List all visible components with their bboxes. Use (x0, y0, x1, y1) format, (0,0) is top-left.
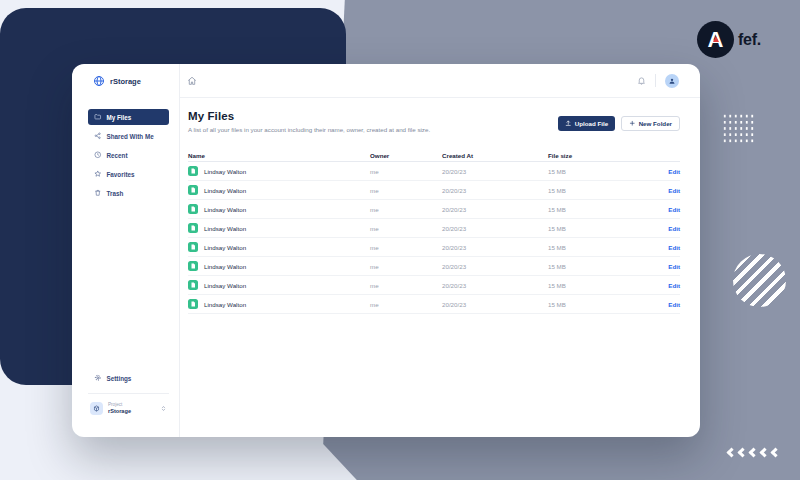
folder-icon (94, 113, 102, 121)
new-folder-label: New Folder (639, 120, 672, 127)
share-icon (94, 132, 102, 140)
app-logo[interactable]: rStorage (72, 64, 179, 98)
file-table-header: Name Owner Created At File size (188, 149, 680, 162)
file-created-at: 20/20/23 (442, 282, 548, 289)
file-name-cell: Lindsay Walton (188, 280, 370, 290)
file-created-at: 20/20/23 (442, 168, 548, 175)
clock-icon (94, 151, 102, 159)
table-row: Lindsay Walton me 20/20/23 15 MB Edit (188, 238, 680, 257)
file-created-at: 20/20/23 (442, 244, 548, 251)
chevron-left-icon (749, 448, 759, 458)
file-actions-cell: Edit (643, 244, 680, 251)
column-header-owner: Owner (370, 152, 442, 159)
user-icon (668, 77, 676, 85)
upload-file-button[interactable]: Upload File (558, 116, 615, 131)
page-subtitle: A list of all your files in your account… (188, 126, 430, 133)
chevrons-left-icon (728, 449, 779, 456)
sidebar-item-label: My Files (107, 114, 132, 121)
main-area: My Files A list of all your files in you… (180, 64, 700, 437)
file-actions-cell: Edit (643, 187, 680, 194)
page-header: My Files A list of all your files in you… (188, 110, 680, 133)
cube-icon (93, 405, 100, 412)
app-window: rStorage My Files (72, 64, 700, 437)
edit-link[interactable]: Edit (668, 244, 680, 251)
trash-icon (94, 189, 102, 197)
table-row: Lindsay Walton me 20/20/23 15 MB Edit (188, 219, 680, 238)
table-row: Lindsay Walton me 20/20/23 15 MB Edit (188, 200, 680, 219)
page-actions: Upload File New Folder (558, 116, 680, 131)
edit-link[interactable]: Edit (668, 168, 680, 175)
edit-link[interactable]: Edit (668, 225, 680, 232)
file-document-icon (188, 185, 198, 195)
file-actions-cell: Edit (643, 263, 680, 270)
file-name: Lindsay Walton (204, 225, 246, 232)
topbar-right-group (637, 74, 679, 88)
sidebar-item-shared-with-me[interactable]: Shared With Me (88, 128, 169, 144)
app-logo-label: rStorage (110, 77, 141, 86)
brand-letter-accent-triangle (713, 36, 719, 42)
file-document-icon (188, 204, 198, 214)
new-folder-button[interactable]: New Folder (621, 116, 680, 131)
topbar (180, 64, 700, 98)
sidebar-item-recent[interactable]: Recent (88, 147, 169, 163)
file-name-cell: Lindsay Walton (188, 185, 370, 195)
sidebar-item-label: Recent (107, 152, 128, 159)
file-name-cell: Lindsay Walton (188, 299, 370, 309)
bell-icon[interactable] (637, 76, 646, 85)
file-size: 15 MB (548, 206, 643, 213)
file-name-cell: Lindsay Walton (188, 261, 370, 271)
chevron-left-icon (771, 448, 781, 458)
brand-badge: A fef. (697, 21, 761, 58)
file-created-at: 20/20/23 (442, 187, 548, 194)
edit-link[interactable]: Edit (668, 282, 680, 289)
up-down-chevron-icon (160, 405, 167, 412)
upload-arrow-icon (565, 120, 572, 127)
file-name: Lindsay Walton (204, 301, 246, 308)
file-owner: me (370, 206, 442, 213)
sidebar-item-label: Favorites (107, 171, 135, 178)
file-actions-cell: Edit (643, 301, 680, 308)
file-name-cell: Lindsay Walton (188, 242, 370, 252)
sidebar-item-settings[interactable]: Settings (88, 370, 169, 386)
file-owner: me (370, 244, 442, 251)
file-document-icon (188, 299, 198, 309)
table-row: Lindsay Walton me 20/20/23 15 MB Edit (188, 257, 680, 276)
user-avatar[interactable] (665, 74, 679, 88)
file-name: Lindsay Walton (204, 263, 246, 270)
file-document-icon (188, 261, 198, 271)
file-name: Lindsay Walton (204, 187, 246, 194)
dot-grid-decoration (722, 113, 755, 144)
sidebar-item-my-files[interactable]: My Files (88, 109, 169, 125)
table-row: Lindsay Walton me 20/20/23 15 MB Edit (188, 181, 680, 200)
home-icon[interactable] (187, 76, 197, 86)
file-size: 15 MB (548, 282, 643, 289)
sidebar-item-favorites[interactable]: Favorites (88, 166, 169, 182)
edit-link[interactable]: Edit (668, 206, 680, 213)
workspace-name: rStorage (108, 408, 131, 415)
star-icon (94, 170, 102, 178)
workspace-avatar (90, 402, 103, 415)
sidebar-item-label: Shared With Me (107, 133, 154, 140)
file-name: Lindsay Walton (204, 244, 246, 251)
edit-link[interactable]: Edit (668, 263, 680, 270)
file-name: Lindsay Walton (204, 282, 246, 289)
workspace-switcher[interactable]: Project rStorage (88, 402, 169, 415)
sidebar-item-trash[interactable]: Trash (88, 185, 169, 201)
file-size: 15 MB (548, 263, 643, 270)
column-header-size: File size (548, 152, 643, 159)
file-actions-cell: Edit (643, 282, 680, 289)
chevron-left-icon (738, 448, 748, 458)
page-title: My Files (188, 110, 430, 122)
file-created-at: 20/20/23 (442, 206, 548, 213)
edit-link[interactable]: Edit (668, 301, 680, 308)
file-actions-cell: Edit (643, 168, 680, 175)
file-created-at: 20/20/23 (442, 225, 548, 232)
file-size: 15 MB (548, 225, 643, 232)
sidebar-footer: Settings Project rStorage (72, 370, 179, 437)
column-header-created: Created At (442, 152, 548, 159)
edit-link[interactable]: Edit (668, 187, 680, 194)
column-header-name: Name (188, 152, 370, 159)
chevron-left-icon (727, 448, 737, 458)
brand-word: fef. (738, 31, 761, 49)
page-header-text: My Files A list of all your files in you… (188, 110, 430, 133)
